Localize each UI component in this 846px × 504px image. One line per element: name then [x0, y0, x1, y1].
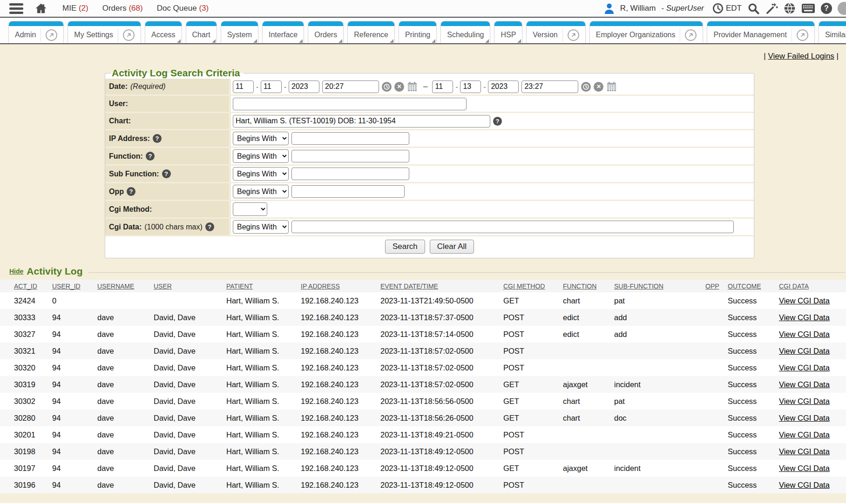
help-icon[interactable]: ? — [821, 3, 832, 14]
topbar-item-doc-queue[interactable]: Doc Queue (3) — [157, 4, 209, 13]
help-icon[interactable]: ? — [146, 152, 155, 161]
time-picker-icon[interactable] — [581, 82, 591, 92]
view-cgi-data-link[interactable]: View CGI Data — [779, 330, 830, 338]
view-cgi-data-link[interactable]: View CGI Data — [779, 397, 830, 405]
clear-all-button[interactable]: Clear All — [430, 240, 474, 254]
help-icon[interactable]: ? — [205, 222, 214, 231]
column-header-ip-address[interactable]: IP ADDRESS — [301, 280, 380, 292]
date-from-day-input[interactable] — [261, 81, 282, 93]
cgi-data-label: Cgi Data: (1000 chars max) ? — [105, 219, 231, 235]
clear-date-icon[interactable]: ✕ — [594, 82, 603, 92]
view-cgi-data-link[interactable]: View CGI Data — [779, 313, 830, 322]
column-header-function[interactable]: FUNCTION — [563, 280, 614, 292]
view-failed-logins-link[interactable]: View Failed Logins — [768, 52, 834, 60]
tab-chart[interactable]: Chart — [186, 21, 217, 44]
topbar-item-mie[interactable]: MIE (2) — [62, 4, 88, 13]
view-cgi-data-link[interactable]: View CGI Data — [779, 363, 830, 372]
tab-hsp[interactable]: HSP — [494, 21, 522, 44]
user-icon[interactable] — [604, 3, 615, 14]
tab-orders[interactable]: Orders — [308, 21, 344, 44]
function-input[interactable] — [291, 150, 409, 162]
column-header-cgi-data[interactable]: CGI DATA — [779, 280, 846, 292]
tab-accent-strip — [308, 21, 343, 26]
activity-log-title: Activity Log — [27, 266, 82, 277]
column-header-sub-function[interactable]: SUB-FUNCTION — [614, 280, 705, 292]
user-name[interactable]: R, William - SuperUser — [620, 4, 704, 13]
topbar-item-orders[interactable]: Orders (68) — [102, 4, 143, 13]
avatar[interactable] — [838, 2, 846, 15]
view-cgi-data-link[interactable]: View CGI Data — [779, 430, 830, 439]
view-cgi-data-link[interactable]: View CGI Data — [779, 414, 830, 422]
home-icon[interactable] — [34, 2, 47, 14]
menu-icon[interactable] — [9, 3, 23, 14]
date-to-year-input[interactable] — [488, 81, 519, 93]
column-header-outcome[interactable]: OUTCOME — [728, 280, 779, 292]
tab-access[interactable]: Access — [145, 21, 182, 44]
external-link-icon[interactable] — [797, 29, 808, 41]
tab-provider-management[interactable]: Provider Management — [707, 21, 814, 44]
tab-version[interactable]: Version — [526, 21, 585, 44]
column-header-opp[interactable]: OPP — [705, 280, 728, 292]
column-header-cgi-method[interactable]: CGI METHOD — [503, 280, 563, 292]
date-to-month-input[interactable] — [432, 81, 453, 93]
time-picker-icon[interactable] — [382, 82, 392, 92]
wand-icon[interactable] — [765, 2, 778, 15]
column-header-user-id[interactable]: USER_ID — [52, 280, 97, 292]
column-header-act-id[interactable]: ACT_ID — [0, 280, 52, 292]
ip-match-select[interactable]: Begins With — [233, 132, 289, 145]
hide-log-link[interactable]: Hide — [9, 268, 23, 275]
tab-interface[interactable]: Interface — [262, 21, 304, 44]
user-input[interactable] — [233, 98, 467, 110]
column-header-event-date-time[interactable]: EVENT DATE/TIME — [380, 280, 503, 292]
view-cgi-data-link[interactable]: View CGI Data — [779, 447, 830, 456]
tab-my-settings[interactable]: My Settings — [68, 21, 141, 44]
cgi-data-match-select[interactable]: Begins With — [233, 220, 289, 234]
sub-function-match-select[interactable]: Begins With — [233, 167, 289, 181]
clear-date-icon[interactable]: ✕ — [394, 82, 404, 92]
tab-printing[interactable]: Printing — [399, 21, 437, 44]
column-header-patient[interactable]: PATIENT — [226, 280, 301, 292]
cell-user: David, Dave — [154, 460, 226, 477]
opp-match-select[interactable]: Begins With — [233, 185, 289, 198]
column-header-user[interactable]: USER — [154, 280, 226, 292]
tab-employer-organizations[interactable]: Employer Organizations — [589, 21, 704, 44]
calendar-icon[interactable] — [606, 81, 617, 92]
tab-system[interactable]: System — [221, 21, 258, 44]
calendar-icon[interactable] — [407, 81, 418, 92]
chart-input[interactable] — [233, 115, 490, 128]
help-icon[interactable]: ? — [153, 134, 162, 143]
help-icon[interactable]: ? — [493, 117, 502, 126]
date-to-time-input[interactable] — [521, 81, 578, 93]
opp-input[interactable] — [291, 185, 405, 198]
cgi-data-input[interactable] — [291, 221, 734, 233]
tab-scheduling[interactable]: Scheduling — [440, 21, 490, 44]
view-cgi-data-link[interactable]: View CGI Data — [779, 296, 830, 305]
view-cgi-data-link[interactable]: View CGI Data — [779, 347, 830, 355]
cgi-method-select[interactable] — [233, 202, 267, 216]
column-header-username[interactable]: USERNAME — [97, 280, 154, 292]
date-from-year-input[interactable] — [289, 81, 319, 93]
ip-address-input[interactable] — [291, 132, 409, 145]
search-icon[interactable] — [747, 2, 760, 15]
sub-function-input[interactable] — [291, 168, 409, 180]
external-link-icon[interactable] — [685, 29, 697, 41]
tab-admin[interactable]: Admin — [8, 21, 64, 44]
tab-similar-exposu[interactable]: Similar Exposu — [819, 21, 846, 44]
date-to-day-input[interactable] — [460, 81, 481, 93]
tab-reference[interactable]: Reference — [347, 21, 395, 44]
view-cgi-data-link[interactable]: View CGI Data — [779, 481, 830, 489]
globe-icon[interactable] — [784, 2, 796, 14]
date-from-time-input[interactable] — [322, 81, 379, 93]
keyboard-icon[interactable] — [801, 3, 815, 13]
search-button[interactable]: Search — [385, 240, 425, 254]
external-link-icon[interactable] — [46, 29, 57, 41]
external-link-icon[interactable] — [123, 29, 135, 41]
view-cgi-data-link[interactable]: View CGI Data — [779, 380, 830, 389]
help-icon[interactable]: ? — [162, 169, 171, 178]
view-cgi-data-link[interactable]: View CGI Data — [779, 464, 830, 472]
function-match-select[interactable]: Begins With — [233, 149, 289, 163]
date-from-month-input[interactable] — [233, 81, 254, 93]
timezone-indicator[interactable]: EDT — [712, 3, 742, 14]
external-link-icon[interactable] — [568, 29, 579, 41]
help-icon[interactable]: ? — [127, 187, 135, 196]
